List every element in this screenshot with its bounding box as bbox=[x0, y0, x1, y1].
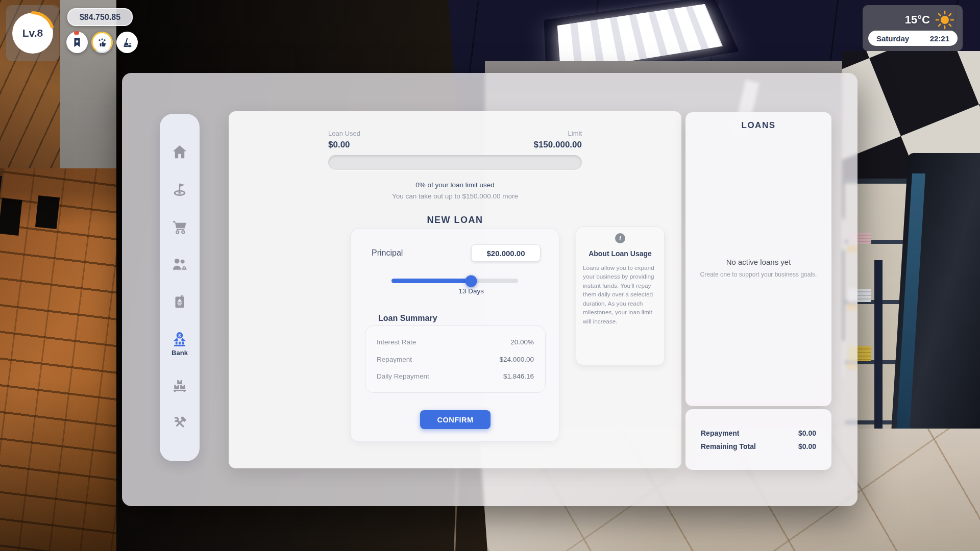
hud-buttons bbox=[66, 32, 138, 53]
game-screen: $ Bank bbox=[0, 0, 980, 551]
perks-stars-icon bbox=[96, 36, 108, 48]
sidebar-item-milestones[interactable] bbox=[166, 181, 193, 198]
licenses-icon bbox=[171, 293, 188, 311]
level-badge: Lv.8 bbox=[9, 10, 56, 57]
loans-empty-title: No active loans yet bbox=[726, 258, 791, 266]
confirm-button[interactable]: CONFIRM bbox=[420, 410, 491, 429]
loans-empty-subtitle: Create one to support your business goal… bbox=[700, 271, 817, 278]
bg-concrete-pillar bbox=[60, 0, 119, 180]
time-text: 22:21 bbox=[930, 34, 949, 43]
bank-icon: $ bbox=[171, 331, 188, 348]
loans-panel-title: LOANS bbox=[685, 120, 831, 131]
new-loan-card: Principal $20.000.00 13 Days Loan Summar… bbox=[350, 228, 559, 442]
sidebar-item-bank-label: Bank bbox=[172, 349, 188, 357]
loan-totals-panel: Repayment $0.00 Remaining Total $0.00 bbox=[685, 409, 831, 470]
goal-flag-icon bbox=[171, 181, 188, 198]
about-loan-body: Loans allow you to expand your business … bbox=[583, 264, 657, 326]
perks-button[interactable] bbox=[91, 32, 113, 53]
sidebar-item-storage[interactable] bbox=[166, 377, 193, 394]
loan-percent-text: 0% of your loan limit used bbox=[328, 181, 582, 189]
loan-limit-label: Limit bbox=[568, 130, 582, 137]
totals-repayment-row: Repayment $0.00 bbox=[701, 429, 816, 437]
level-text: Lv.8 bbox=[22, 27, 43, 39]
summary-row-interest: Interest Rate 20.00% bbox=[377, 338, 534, 346]
day-text: Saturday bbox=[876, 34, 909, 43]
loan-summary-title: Loan Summary bbox=[378, 314, 437, 323]
loans-empty-state: No active loans yet Create one to suppor… bbox=[691, 136, 826, 400]
bank-dialog: $ Bank bbox=[122, 73, 857, 506]
summary-row-daily: Daily Repayment $1.846.16 bbox=[377, 372, 534, 380]
totals-repayment-value: $0.00 bbox=[798, 429, 816, 437]
loan-summary-box: Interest Rate 20.00% Repayment $24.000.0… bbox=[365, 325, 546, 393]
notification-dot bbox=[74, 31, 79, 35]
loan-more-text: You can take out up to $150.000.00 more bbox=[328, 192, 582, 200]
achievements-button[interactable] bbox=[66, 32, 88, 53]
sidebar-item-home[interactable] bbox=[166, 143, 193, 161]
bookmark-star-icon bbox=[71, 36, 83, 48]
temperature-text: 15°C bbox=[905, 13, 930, 27]
staff-icon bbox=[171, 256, 188, 273]
sidebar-item-bank[interactable]: $ Bank bbox=[166, 331, 193, 357]
duration-slider-fill bbox=[391, 279, 471, 283]
loan-used-label: Loan Used bbox=[328, 130, 360, 137]
sidebar-item-staff[interactable] bbox=[166, 256, 193, 273]
sun-icon bbox=[934, 9, 955, 31]
level-card: Lv.8 bbox=[6, 5, 59, 61]
cleaning-broom-icon bbox=[121, 36, 133, 48]
duration-value-label: 13 Days bbox=[458, 287, 484, 295]
sidebar: $ Bank bbox=[160, 114, 200, 461]
duration-slider[interactable]: 13 Days bbox=[391, 279, 518, 283]
loan-limit-value: $150.000.00 bbox=[533, 140, 582, 150]
summary-row-repayment: Repayment $24.000.00 bbox=[377, 356, 534, 363]
totals-repayment-label: Repayment bbox=[701, 429, 739, 437]
weather-widget: 15°C Saturday 22:21 bbox=[863, 5, 963, 51]
duration-slider-thumb[interactable] bbox=[465, 275, 477, 287]
day-time-pill: Saturday 22:21 bbox=[868, 31, 958, 46]
storage-icon bbox=[171, 377, 188, 394]
new-loan-title: NEW LOAN bbox=[229, 215, 681, 226]
cleaning-button[interactable] bbox=[116, 32, 138, 53]
totals-remaining-value: $0.00 bbox=[798, 442, 816, 450]
about-loan-card: i About Loan Usage Loans allow you to ex… bbox=[576, 227, 665, 365]
info-icon: i bbox=[615, 233, 625, 243]
about-loan-title: About Loan Usage bbox=[583, 249, 657, 258]
cart-icon bbox=[171, 218, 188, 236]
sidebar-item-market[interactable] bbox=[166, 218, 193, 236]
principal-label: Principal bbox=[372, 248, 403, 258]
money-display: $84.750.85 bbox=[67, 8, 133, 26]
loans-panel: LOANS No active loans yet Create one to … bbox=[685, 112, 831, 406]
loan-main-card: Loan Used Limit $0.00 $150.000.00 0% of … bbox=[229, 111, 681, 468]
home-icon bbox=[171, 143, 188, 161]
principal-input[interactable]: $20.000.00 bbox=[471, 244, 541, 262]
loan-overview: Loan Used Limit $0.00 $150.000.00 0% of … bbox=[328, 130, 582, 200]
sidebar-item-licenses[interactable] bbox=[166, 293, 193, 311]
tools-icon bbox=[171, 414, 188, 432]
sidebar-item-upgrades[interactable] bbox=[166, 414, 193, 432]
loan-progress-bar bbox=[328, 155, 582, 170]
totals-remaining-row: Remaining Total $0.00 bbox=[701, 442, 816, 450]
loan-used-value: $0.00 bbox=[328, 140, 350, 150]
bg-brick-wall bbox=[0, 168, 120, 551]
totals-remaining-label: Remaining Total bbox=[701, 442, 756, 450]
svg-text:$: $ bbox=[178, 333, 181, 338]
